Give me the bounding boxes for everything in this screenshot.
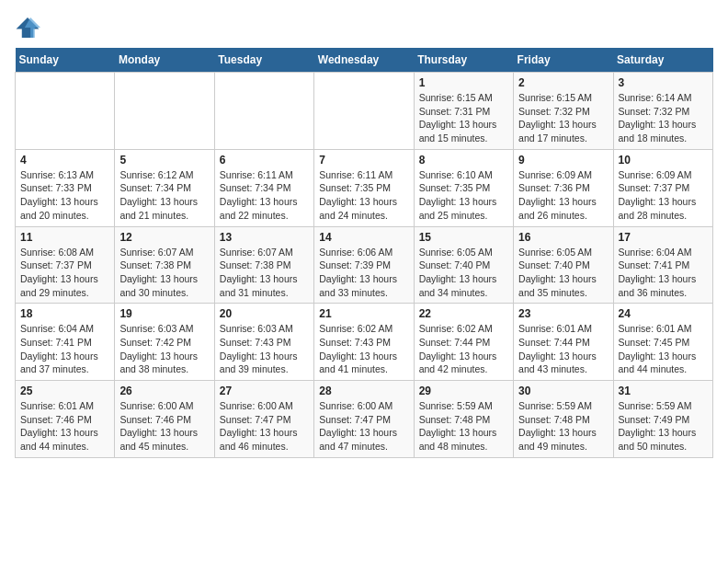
day-info: Sunrise: 6:10 AM Sunset: 7:35 PM Dayligh… — [419, 168, 508, 223]
page-header — [15, 15, 713, 40]
day-number: 11 — [20, 231, 109, 244]
weekday-header: Tuesday — [214, 48, 313, 73]
calendar-cell: 10Sunrise: 6:09 AM Sunset: 7:37 PM Dayli… — [613, 149, 712, 226]
calendar-cell: 27Sunrise: 6:00 AM Sunset: 7:47 PM Dayli… — [214, 381, 313, 458]
day-info: Sunrise: 6:05 AM Sunset: 7:40 PM Dayligh… — [419, 246, 508, 300]
calendar-cell: 20Sunrise: 6:03 AM Sunset: 7:43 PM Dayli… — [214, 304, 313, 381]
day-number: 6 — [220, 154, 309, 167]
calendar-cell: 30Sunrise: 5:59 AM Sunset: 7:48 PM Dayli… — [514, 381, 613, 458]
day-info: Sunrise: 6:01 AM Sunset: 7:45 PM Dayligh… — [619, 322, 708, 376]
day-number: 29 — [419, 385, 508, 397]
weekday-header: Monday — [115, 48, 214, 73]
day-info: Sunrise: 5:59 AM Sunset: 7:48 PM Dayligh… — [419, 399, 508, 454]
day-number: 22 — [419, 307, 508, 320]
day-info: Sunrise: 6:00 AM Sunset: 7:47 PM Dayligh… — [319, 399, 408, 454]
calendar-cell: 29Sunrise: 5:59 AM Sunset: 7:48 PM Dayli… — [414, 381, 513, 458]
day-info: Sunrise: 5:59 AM Sunset: 7:48 PM Dayligh… — [518, 399, 608, 454]
calendar-cell: 1Sunrise: 6:15 AM Sunset: 7:31 PM Daylig… — [414, 73, 513, 150]
calendar-week-row: 4Sunrise: 6:13 AM Sunset: 7:33 PM Daylig… — [16, 149, 713, 226]
calendar-table: SundayMondayTuesdayWednesdayThursdayFrid… — [15, 48, 713, 458]
day-number: 21 — [319, 307, 408, 320]
calendar-cell — [214, 73, 313, 150]
day-number: 27 — [220, 385, 309, 397]
calendar-week-row: 11Sunrise: 6:08 AM Sunset: 7:37 PM Dayli… — [16, 226, 713, 304]
calendar-week-row: 18Sunrise: 6:04 AM Sunset: 7:41 PM Dayli… — [16, 304, 713, 381]
calendar-cell: 26Sunrise: 6:00 AM Sunset: 7:46 PM Dayli… — [115, 381, 214, 458]
calendar-cell: 17Sunrise: 6:04 AM Sunset: 7:41 PM Dayli… — [613, 226, 712, 304]
day-number: 3 — [619, 76, 708, 89]
day-info: Sunrise: 6:00 AM Sunset: 7:47 PM Dayligh… — [220, 399, 309, 454]
day-number: 7 — [319, 154, 408, 167]
day-info: Sunrise: 6:11 AM Sunset: 7:35 PM Dayligh… — [319, 168, 408, 223]
calendar-cell — [16, 73, 115, 150]
calendar-cell: 3Sunrise: 6:14 AM Sunset: 7:32 PM Daylig… — [613, 73, 712, 150]
day-number: 31 — [619, 385, 708, 397]
calendar-cell: 19Sunrise: 6:03 AM Sunset: 7:42 PM Dayli… — [115, 304, 214, 381]
calendar-cell: 5Sunrise: 6:12 AM Sunset: 7:34 PM Daylig… — [115, 149, 214, 226]
day-info: Sunrise: 6:07 AM Sunset: 7:38 PM Dayligh… — [220, 246, 309, 300]
calendar-cell: 25Sunrise: 6:01 AM Sunset: 7:46 PM Dayli… — [16, 381, 115, 458]
day-number: 17 — [619, 231, 708, 244]
day-info: Sunrise: 6:00 AM Sunset: 7:46 PM Dayligh… — [119, 399, 209, 454]
weekday-header: Friday — [514, 48, 613, 73]
day-number: 14 — [319, 231, 408, 244]
calendar-cell: 9Sunrise: 6:09 AM Sunset: 7:36 PM Daylig… — [514, 149, 613, 226]
calendar-cell: 12Sunrise: 6:07 AM Sunset: 7:38 PM Dayli… — [115, 226, 214, 304]
calendar-cell — [115, 73, 214, 150]
logo — [15, 15, 44, 40]
day-info: Sunrise: 6:01 AM Sunset: 7:44 PM Dayligh… — [518, 322, 608, 376]
weekday-header: Wednesday — [314, 48, 414, 73]
calendar-cell: 6Sunrise: 6:11 AM Sunset: 7:34 PM Daylig… — [214, 149, 313, 226]
day-info: Sunrise: 5:59 AM Sunset: 7:49 PM Dayligh… — [619, 399, 708, 454]
day-number: 4 — [20, 154, 109, 167]
weekday-header: Saturday — [613, 48, 712, 73]
day-info: Sunrise: 6:03 AM Sunset: 7:43 PM Dayligh… — [220, 322, 309, 376]
calendar-cell: 14Sunrise: 6:06 AM Sunset: 7:39 PM Dayli… — [314, 226, 414, 304]
day-info: Sunrise: 6:07 AM Sunset: 7:38 PM Dayligh… — [119, 246, 209, 300]
calendar-cell: 23Sunrise: 6:01 AM Sunset: 7:44 PM Dayli… — [514, 304, 613, 381]
day-number: 9 — [518, 154, 608, 167]
day-number: 19 — [119, 307, 209, 320]
day-info: Sunrise: 6:09 AM Sunset: 7:37 PM Dayligh… — [619, 168, 708, 223]
calendar-cell — [314, 73, 414, 150]
logo-icon — [15, 15, 40, 40]
day-number: 2 — [518, 76, 608, 89]
day-info: Sunrise: 6:13 AM Sunset: 7:33 PM Dayligh… — [20, 168, 109, 223]
calendar-cell: 31Sunrise: 5:59 AM Sunset: 7:49 PM Dayli… — [613, 381, 712, 458]
day-number: 23 — [518, 307, 608, 320]
day-info: Sunrise: 6:15 AM Sunset: 7:31 PM Dayligh… — [419, 91, 508, 145]
calendar-cell: 24Sunrise: 6:01 AM Sunset: 7:45 PM Dayli… — [613, 304, 712, 381]
day-info: Sunrise: 6:02 AM Sunset: 7:44 PM Dayligh… — [419, 322, 508, 376]
day-info: Sunrise: 6:08 AM Sunset: 7:37 PM Dayligh… — [20, 246, 109, 300]
day-number: 10 — [619, 154, 708, 167]
day-info: Sunrise: 6:15 AM Sunset: 7:32 PM Dayligh… — [518, 91, 608, 145]
calendar-week-row: 25Sunrise: 6:01 AM Sunset: 7:46 PM Dayli… — [16, 381, 713, 458]
day-number: 1 — [419, 76, 508, 89]
calendar-cell: 8Sunrise: 6:10 AM Sunset: 7:35 PM Daylig… — [414, 149, 513, 226]
day-number: 30 — [518, 385, 608, 397]
day-number: 26 — [119, 385, 209, 397]
calendar-cell: 13Sunrise: 6:07 AM Sunset: 7:38 PM Dayli… — [214, 226, 313, 304]
day-info: Sunrise: 6:11 AM Sunset: 7:34 PM Dayligh… — [220, 168, 309, 223]
day-number: 8 — [419, 154, 508, 167]
calendar-week-row: 1Sunrise: 6:15 AM Sunset: 7:31 PM Daylig… — [16, 73, 713, 150]
day-info: Sunrise: 6:03 AM Sunset: 7:42 PM Dayligh… — [119, 322, 209, 376]
weekday-header: Thursday — [414, 48, 513, 73]
day-info: Sunrise: 6:02 AM Sunset: 7:43 PM Dayligh… — [319, 322, 408, 376]
calendar-cell: 28Sunrise: 6:00 AM Sunset: 7:47 PM Dayli… — [314, 381, 414, 458]
day-number: 12 — [119, 231, 209, 244]
day-number: 15 — [419, 231, 508, 244]
day-info: Sunrise: 6:09 AM Sunset: 7:36 PM Dayligh… — [518, 168, 608, 223]
day-info: Sunrise: 6:05 AM Sunset: 7:40 PM Dayligh… — [518, 246, 608, 300]
calendar-cell: 15Sunrise: 6:05 AM Sunset: 7:40 PM Dayli… — [414, 226, 513, 304]
day-info: Sunrise: 6:04 AM Sunset: 7:41 PM Dayligh… — [20, 322, 109, 376]
day-number: 5 — [119, 154, 209, 167]
calendar-cell: 2Sunrise: 6:15 AM Sunset: 7:32 PM Daylig… — [514, 73, 613, 150]
day-info: Sunrise: 6:12 AM Sunset: 7:34 PM Dayligh… — [119, 168, 209, 223]
day-number: 13 — [220, 231, 309, 244]
day-info: Sunrise: 6:06 AM Sunset: 7:39 PM Dayligh… — [319, 246, 408, 300]
day-info: Sunrise: 6:14 AM Sunset: 7:32 PM Dayligh… — [619, 91, 708, 145]
calendar-cell: 16Sunrise: 6:05 AM Sunset: 7:40 PM Dayli… — [514, 226, 613, 304]
calendar-cell: 21Sunrise: 6:02 AM Sunset: 7:43 PM Dayli… — [314, 304, 414, 381]
calendar-cell: 22Sunrise: 6:02 AM Sunset: 7:44 PM Dayli… — [414, 304, 513, 381]
